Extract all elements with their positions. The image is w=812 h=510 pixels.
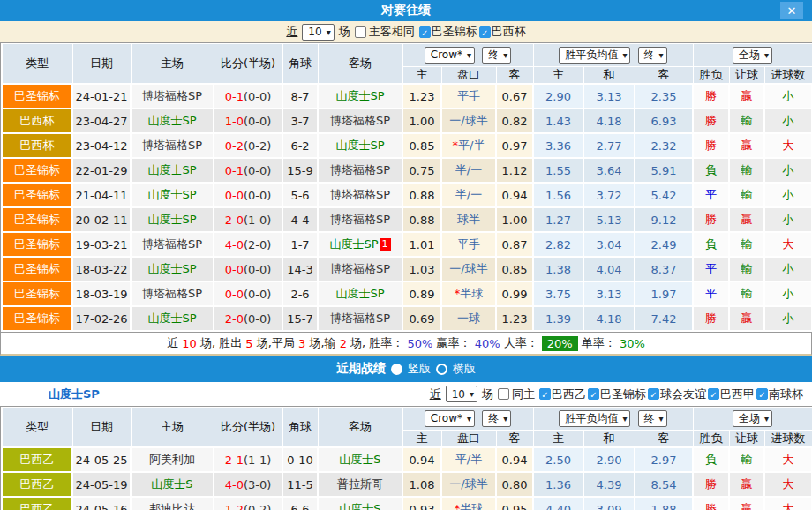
- recent-count-select[interactable]: 10: [446, 386, 477, 402]
- league-filter-label: 巴圣锦标: [600, 386, 646, 402]
- near-link-recent[interactable]: 近: [430, 386, 441, 402]
- same-venue-filter[interactable]: 主客相同: [355, 24, 415, 40]
- col-handicap-away: 客: [496, 431, 533, 448]
- near-link[interactable]: 近: [286, 24, 297, 40]
- recent-section-bar: 近期战绩 竖版 横版: [0, 356, 812, 382]
- cell-odds-home: 0.88: [402, 183, 441, 207]
- same-venue-checkbox[interactable]: [355, 26, 366, 38]
- cell-avg-draw: 3.13: [583, 281, 635, 306]
- league-checkbox[interactable]: ✓: [539, 388, 551, 400]
- red-card-badge: 1: [380, 238, 391, 251]
- summary-segment: 赢率：: [432, 335, 474, 351]
- summary-segment: 场, 胜出: [197, 335, 246, 351]
- cell-corner: 6-6: [282, 497, 318, 510]
- league-filter-group: ✓巴圣锦标✓巴西杯: [419, 24, 526, 40]
- cell-handicap: 半/一: [441, 158, 496, 183]
- cell-odds-away: 0.85: [496, 257, 533, 281]
- odds-company-group: Crow* 终: [402, 408, 533, 431]
- league-checkbox[interactable]: ✓: [588, 388, 599, 400]
- cell-handicap: 平手: [441, 232, 496, 257]
- league-checkbox[interactable]: ✓: [479, 26, 491, 38]
- cell-odds-home: 0.94: [402, 447, 441, 472]
- league-filter[interactable]: ✓巴西乙: [539, 386, 586, 402]
- league-filter[interactable]: ✓巴圣锦标: [419, 24, 477, 40]
- cell-handicap: *半球: [441, 281, 496, 306]
- title-bar: 对赛往绩 ✕: [0, 0, 812, 21]
- league-checkbox[interactable]: ✓: [708, 388, 719, 400]
- cell-score: 4-0(3-0): [214, 472, 282, 497]
- cell-result: 負: [693, 158, 729, 183]
- cell-avg-draw: 3.09: [583, 497, 635, 510]
- league-badge: 巴西乙: [2, 472, 72, 497]
- col-avg-home: 主: [533, 431, 583, 448]
- cell-score: 0-0(0-0): [214, 281, 282, 306]
- scope-select[interactable]: 全场: [733, 410, 772, 427]
- vertical-layout-radio[interactable]: [391, 364, 402, 375]
- cell-avg-draw: 3.64: [583, 158, 635, 183]
- cell-avg-draw: 2.90: [583, 447, 635, 472]
- summary-segment: 5: [245, 337, 252, 350]
- cell-goals-result: 大: [764, 447, 812, 472]
- same-home-checkbox[interactable]: [498, 388, 509, 400]
- col-away: 客场: [318, 44, 402, 85]
- close-icon[interactable]: ✕: [780, 2, 803, 19]
- league-filter-label: 巴西杯: [492, 24, 526, 40]
- cell-away-team: 山度士SP1: [318, 232, 402, 257]
- same-venue-label: 主客相同: [369, 24, 415, 40]
- col-score: 比分(半场): [214, 44, 282, 85]
- cell-date: 23-04-12: [72, 133, 131, 158]
- odds-final-select[interactable]: 终: [482, 47, 511, 64]
- same-home-filter[interactable]: 同主: [498, 386, 535, 402]
- cell-odds-away: 0.95: [496, 497, 533, 510]
- cell-avg-away: 9.12: [635, 207, 693, 232]
- cell-odds-home: 0.89: [402, 281, 441, 306]
- odds-final-select[interactable]: 终: [482, 410, 511, 427]
- cell-avg-away: 2.32: [635, 133, 693, 158]
- odds-company-select[interactable]: Crow*: [425, 47, 475, 64]
- cell-goals-result: 大: [764, 133, 812, 158]
- avg-odds-select[interactable]: 胜平负均值: [559, 47, 630, 64]
- league-filter[interactable]: ✓巴西杯: [479, 24, 526, 40]
- league-checkbox[interactable]: ✓: [419, 26, 431, 38]
- cell-home-team: 博塔福格SP: [131, 133, 214, 158]
- table-row: 巴圣锦标 24-01-21 博塔福格SP 0-1(0-0) 8-7 山度士SP …: [2, 84, 812, 109]
- league-checkbox[interactable]: ✓: [756, 388, 768, 400]
- summary-segment: 3: [298, 337, 305, 350]
- cell-avg-draw: 4.18: [583, 306, 635, 331]
- avg-final-select[interactable]: 终: [638, 47, 667, 64]
- games-label-recent: 场: [482, 386, 493, 402]
- league-filter[interactable]: ✓球会友谊: [648, 386, 706, 402]
- col-result: 胜负: [693, 67, 729, 85]
- cell-score: 0-2(0-2): [214, 133, 282, 158]
- cell-handicap: 一/球半: [441, 472, 496, 497]
- cell-avg-away: 8.37: [635, 257, 693, 281]
- cell-score: 0-1(0-0): [214, 158, 282, 183]
- league-filter[interactable]: ✓南球杯: [756, 386, 803, 402]
- match-count-select[interactable]: 10: [302, 24, 334, 41]
- cell-away-team: 博塔福格SP: [318, 207, 402, 232]
- cell-date: 18-03-19: [72, 281, 131, 306]
- cell-odds-away: 1.00: [496, 207, 533, 232]
- league-filter[interactable]: ✓巴西甲: [708, 386, 755, 402]
- table-row: 巴圣锦标 17-02-26 山度士SP 2-0(0-0) 15-7 博塔福格SP…: [2, 306, 812, 331]
- league-badge: 巴圣锦标: [2, 207, 72, 232]
- table-row: 巴西乙 24-05-25 阿美利加 2-1(1-1) 0-10 山度士S 0.9…: [2, 447, 812, 472]
- odds-company-select[interactable]: Crow*: [425, 410, 475, 427]
- horizontal-layout-radio[interactable]: [436, 364, 447, 375]
- avg-odds-select[interactable]: 胜平负均值: [559, 410, 630, 427]
- cell-result: 負: [693, 447, 729, 472]
- league-checkbox[interactable]: ✓: [648, 388, 659, 400]
- cell-away-team: 普拉斯哥: [318, 472, 402, 497]
- cell-odds-away: 1.12: [496, 158, 533, 183]
- cell-result: 勝: [693, 109, 729, 133]
- cell-goals-result: 小: [764, 183, 812, 207]
- summary-segment: 20%: [542, 336, 578, 351]
- cell-avg-away: 1.88: [635, 497, 693, 510]
- cell-ah-result: 贏: [729, 306, 764, 331]
- league-filter[interactable]: ✓巴圣锦标: [588, 386, 646, 402]
- scope-select[interactable]: 全场: [733, 47, 772, 64]
- avg-final-select[interactable]: 终: [638, 410, 667, 427]
- cell-date: 17-02-26: [72, 306, 131, 331]
- league-badge: 巴圣锦标: [2, 281, 72, 306]
- cell-ah-result: 輸: [729, 109, 764, 133]
